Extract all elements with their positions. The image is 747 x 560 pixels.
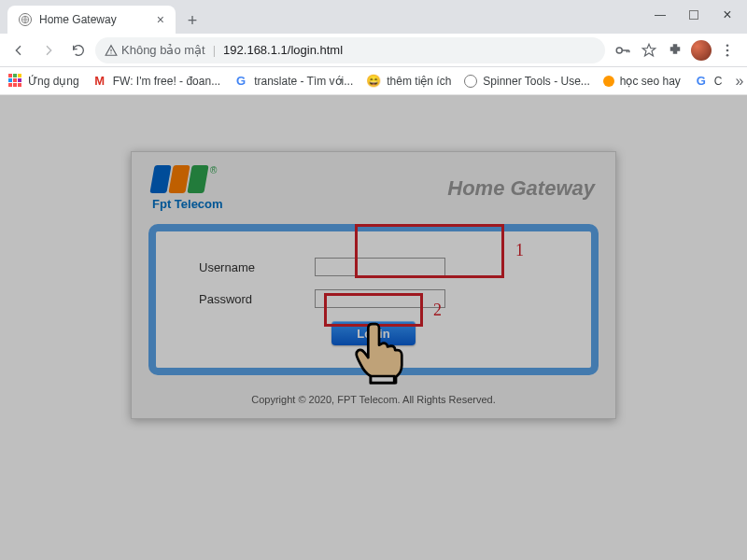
fpt-logo-icon: ® (152, 165, 223, 193)
bookmark-label: Ứng dụng (28, 75, 79, 88)
page-title: Home Gateway (447, 176, 595, 201)
annotation-label-2: 2 (433, 301, 442, 320)
login-button[interactable]: Login (331, 321, 416, 345)
bookmark-label: translate - Tìm với... (254, 75, 353, 88)
bookmark-item[interactable]: G C (694, 74, 723, 89)
password-row: Password (175, 289, 572, 308)
bookmark-label: FW: I'm free! - đoan... (113, 75, 220, 88)
bookmark-item[interactable]: G translate - Tìm với... (233, 74, 353, 89)
brand-subtitle: Fpt Telecom (152, 197, 223, 211)
svg-point-3 (616, 48, 622, 53)
browser-toolbar: Không bảo mật | 192.168.1.1/login.html (0, 34, 747, 67)
copyright-footer: Copyright © 2020, FPT Telecom. All Right… (132, 385, 615, 418)
bookmark-label: C (714, 75, 723, 88)
new-tab-button[interactable]: + (179, 7, 205, 34)
not-secure-label: Không bảo mật (121, 43, 205, 57)
svg-point-6 (726, 53, 729, 56)
tab-favicon-globe-icon (19, 13, 32, 26)
login-button-row: Login (175, 321, 572, 345)
profile-avatar[interactable] (691, 40, 712, 61)
reload-button[interactable] (65, 37, 92, 63)
brand-block: ® Fpt Telecom (152, 165, 223, 211)
bookmark-apps[interactable]: Ứng dụng (7, 74, 79, 89)
bookmark-item[interactable]: học seo hay (603, 75, 681, 88)
not-secure-warning: Không bảo mật (105, 43, 205, 57)
gmail-icon: M (92, 74, 107, 89)
svg-point-2 (110, 52, 111, 53)
page-viewport: ® Fpt Telecom Home Gateway Username Pass… (0, 95, 747, 560)
apps-grid-icon (7, 74, 22, 89)
dot-icon (603, 76, 614, 87)
username-input[interactable] (315, 258, 445, 276)
emoji-icon: 😄 (366, 74, 381, 89)
window-close-button[interactable]: × (712, 4, 743, 26)
bookmarks-overflow-icon[interactable]: » (736, 73, 744, 90)
window-maximize-button[interactable] (678, 4, 710, 26)
extensions-icon[interactable] (665, 40, 685, 61)
bookmark-star-icon[interactable] (639, 40, 659, 61)
toolbar-right-icons (609, 40, 741, 61)
username-label: Username (175, 260, 315, 274)
bookmark-item[interactable]: 😄 thêm tiện ích (366, 74, 451, 89)
login-panel: ® Fpt Telecom Home Gateway Username Pass… (131, 151, 616, 419)
password-label: Password (175, 292, 315, 306)
tab-title: Home Gateway (39, 13, 149, 26)
bookmarks-bar: Ứng dụng M FW: I'm free! - đoan... G tra… (0, 67, 747, 95)
panel-header: ® Fpt Telecom Home Gateway (132, 152, 615, 220)
username-row: Username (175, 258, 572, 276)
tab-close-icon[interactable]: × (157, 12, 164, 27)
svg-point-4 (726, 44, 729, 47)
bookmark-label: Spinner Tools - Use... (483, 75, 590, 88)
url-text: 192.168.1.1/login.html (223, 43, 343, 57)
bookmark-label: học seo hay (620, 75, 681, 88)
address-bar[interactable]: Không bảo mật | 192.168.1.1/login.html (95, 37, 605, 63)
password-input[interactable] (315, 289, 445, 308)
bookmark-item[interactable]: Spinner Tools - Use... (464, 75, 590, 88)
password-key-icon[interactable] (613, 40, 633, 61)
tab-strip: Home Gateway × + — × (0, 0, 747, 34)
annotation-label-1: 1 (515, 241, 524, 260)
login-form: Username Password Login (148, 224, 599, 375)
forward-button[interactable] (35, 37, 62, 63)
back-button[interactable] (6, 37, 32, 63)
bookmark-item[interactable]: M FW: I'm free! - đoan... (92, 74, 220, 89)
bookmark-label: thêm tiện ích (387, 75, 451, 88)
globe-icon (464, 75, 477, 88)
google-icon: G (233, 74, 248, 89)
menu-icon[interactable] (717, 40, 738, 61)
browser-window: Home Gateway × + — × Không bảo mật | 192… (0, 0, 747, 560)
tab-active[interactable]: Home Gateway × (7, 6, 176, 34)
google-icon: G (694, 74, 709, 89)
svg-point-5 (726, 49, 729, 51)
window-minimize-button[interactable]: — (644, 4, 676, 26)
window-controls: — × (644, 4, 743, 26)
